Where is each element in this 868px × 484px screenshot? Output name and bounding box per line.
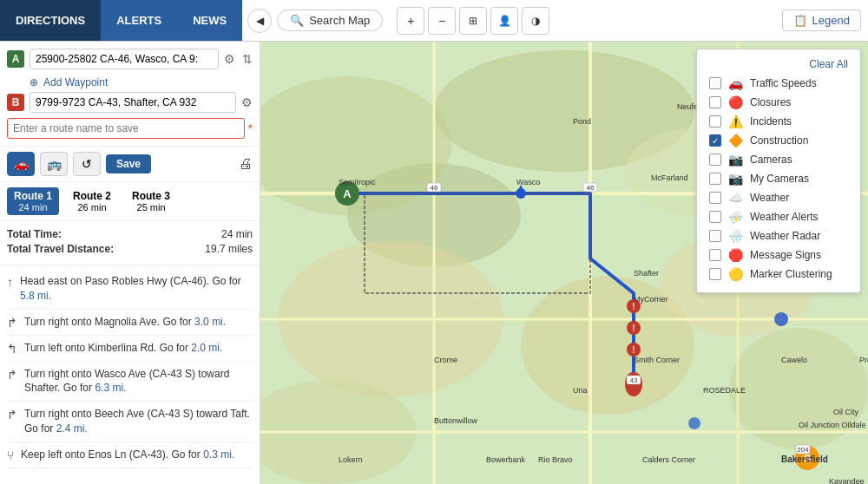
origin-input[interactable] [30, 49, 219, 69]
bus-transport-button[interactable]: 🚌 [40, 152, 68, 176]
legend-checkbox-closures[interactable] [709, 96, 721, 108]
summary-section: Total Time: 24 min Total Travel Distance… [0, 221, 260, 265]
legend-item-closures[interactable]: 🔴Closures [709, 93, 848, 112]
legend-item-my-cameras[interactable]: 📷My Cameras [709, 169, 848, 188]
step-4-link[interactable]: 6.3 mi. [95, 382, 126, 394]
legend-checkbox-weather-radar[interactable] [709, 230, 721, 242]
legend-icon: 📋 [793, 14, 807, 27]
svg-text:Lokern: Lokern [339, 455, 363, 464]
back-icon: ◀ [256, 15, 264, 27]
route-inputs: A ⚙ ⇅ ⊕ Add Waypoint B ⚙ * [0, 42, 260, 147]
destination-input[interactable] [30, 92, 236, 113]
legend-label-weather: Weather [750, 192, 789, 204]
tab-directions[interactable]: DIRECTIONS [0, 0, 101, 41]
legend-label-traffic-speeds: Traffic Speeds [750, 77, 817, 89]
step-6-icon: ⑂ [7, 448, 14, 462]
legend-icon-weather-radar: 🌧️ [728, 229, 743, 243]
legend-label-my-cameras: My Cameras [750, 173, 809, 185]
origin-row: A ⚙ ⇅ [7, 49, 253, 69]
legend-checkbox-incidents[interactable] [709, 115, 721, 128]
svg-text:46: 46 [431, 184, 438, 192]
legend-icon-closures: 🔴 [728, 95, 743, 109]
legend-checkbox-weather[interactable] [709, 192, 721, 204]
share-icon: 👤 [498, 15, 511, 27]
contrast-icon: ◑ [531, 15, 540, 27]
legend-item-message-signs[interactable]: 🛑Message Signs [709, 245, 848, 265]
step-5-link[interactable]: 2.4 mi. [56, 422, 88, 435]
step-1-link[interactable]: 5.8 mi. [20, 290, 51, 302]
svg-text:Bakersfield: Bakersfield [781, 455, 828, 464]
svg-text:Oil City: Oil City [833, 408, 858, 416]
tab-news[interactable]: NEWS [177, 0, 242, 41]
legend-icon-construction: 🔶 [728, 134, 743, 147]
svg-text:Oil Junction Oildale: Oil Junction Oildale [799, 421, 866, 429]
legend-item-weather[interactable]: ☁️Weather [709, 188, 848, 207]
refresh-icon: ↺ [82, 157, 92, 171]
legend-icon-traffic-speeds: 🚗 [728, 76, 743, 90]
back-button[interactable]: ◀ [247, 9, 272, 33]
legend-icon-weather: ☁️ [728, 191, 743, 205]
save-route-button[interactable]: Save [106, 154, 151, 173]
legend-item-construction[interactable]: 🔶Construction [709, 131, 848, 150]
print-button[interactable]: 🖨 [239, 156, 253, 172]
legend-checkbox-my-cameras[interactable] [709, 173, 721, 185]
route-tab-2[interactable]: Route 2 26 min [66, 187, 118, 215]
origin-label: A [7, 50, 24, 68]
svg-text:Smith Corner: Smith Corner [634, 356, 680, 364]
total-time-row: Total Time: 24 min [7, 228, 253, 240]
origin-settings-icon[interactable]: ⚙ [224, 52, 235, 66]
layer-icon: ⊞ [469, 15, 477, 27]
legend-checkbox-traffic-speeds[interactable] [709, 77, 721, 89]
legend-item-weather-radar[interactable]: 🌧️Weather Radar [709, 226, 848, 245]
add-waypoint-icon: ⊕ [30, 76, 38, 88]
route-tab-1[interactable]: Route 1 24 min [7, 187, 59, 215]
legend-checkbox-cameras[interactable] [709, 154, 721, 166]
destination-label: B [7, 94, 24, 111]
destination-settings-icon[interactable]: ⚙ [241, 95, 253, 109]
svg-text:Cawelo: Cawelo [781, 356, 807, 364]
legend-item-incidents[interactable]: ⚠️Incidents [709, 112, 848, 131]
total-distance-row: Total Travel Distance: 19.7 miles [7, 243, 253, 255]
svg-text:!: ! [632, 324, 635, 333]
clear-all-link[interactable]: Clear All [809, 58, 848, 70]
legend-button[interactable]: 📋 Legend [782, 10, 861, 31]
legend-checkbox-weather-alerts[interactable] [709, 211, 721, 223]
legend-icon-marker-clustering: 🟡 [728, 267, 743, 281]
legend-icon-cameras: 📷 [728, 153, 743, 167]
direction-step-3: ↰ Turn left onto Kimberlina Rd. Go for 2… [7, 336, 253, 362]
svg-text:Wasco: Wasco [516, 178, 540, 186]
svg-text:!: ! [632, 345, 635, 355]
add-waypoint-button[interactable]: ⊕ Add Waypoint [7, 75, 253, 92]
legend-icon-weather-alerts: ⛈️ [728, 210, 743, 224]
legend-item-weather-alerts[interactable]: ⛈️Weather Alerts [709, 207, 848, 226]
tab-alerts[interactable]: ALERTS [101, 0, 177, 41]
direction-step-6: ⑂ Keep left onto Enos Ln (CA-43). Go for… [7, 442, 253, 468]
step-2-link[interactable]: 3.0 mi. [194, 316, 226, 328]
swap-waypoints-button[interactable]: ⇅ [242, 52, 253, 66]
svg-text:ROSEDALE: ROSEDALE [703, 386, 746, 395]
car-transport-button[interactable]: 🚗 [7, 152, 35, 176]
search-icon: 🔍 [290, 14, 304, 27]
main-content: A ⚙ ⇅ ⊕ Add Waypoint B ⚙ * 🚗 [0, 42, 868, 484]
zoom-in-button[interactable]: + [397, 7, 424, 35]
step-3-link[interactable]: 2.0 mi. [191, 342, 222, 354]
legend-item-traffic-speeds[interactable]: 🚗Traffic Speeds [709, 74, 848, 93]
route-tab-3[interactable]: Route 3 25 min [125, 187, 177, 215]
share-button[interactable]: 👤 [490, 7, 518, 35]
svg-point-34 [688, 417, 700, 429]
legend-label-weather-alerts: Weather Alerts [750, 211, 818, 223]
zoom-out-button[interactable]: − [428, 7, 456, 35]
legend-item-marker-clustering[interactable]: 🟡Marker Clustering [709, 265, 848, 284]
legend-checkbox-construction[interactable] [709, 134, 721, 147]
legend-checkbox-message-signs[interactable] [709, 249, 721, 261]
recalculate-button[interactable]: ↺ [73, 152, 101, 176]
map-area[interactable]: ! ! ! A B S Semitropic Was [260, 42, 868, 484]
legend-item-cameras[interactable]: 📷Cameras [709, 150, 848, 169]
step-4-icon: ↱ [7, 368, 17, 382]
step-6-link[interactable]: 0.3 mi. [203, 448, 234, 461]
legend-checkbox-marker-clustering[interactable] [709, 268, 721, 280]
layer-toggle-button[interactable]: ⊞ [459, 7, 487, 35]
search-map-button[interactable]: 🔍 Search Map [277, 10, 383, 31]
contrast-button[interactable]: ◑ [522, 7, 549, 35]
route-name-input[interactable] [7, 118, 245, 139]
